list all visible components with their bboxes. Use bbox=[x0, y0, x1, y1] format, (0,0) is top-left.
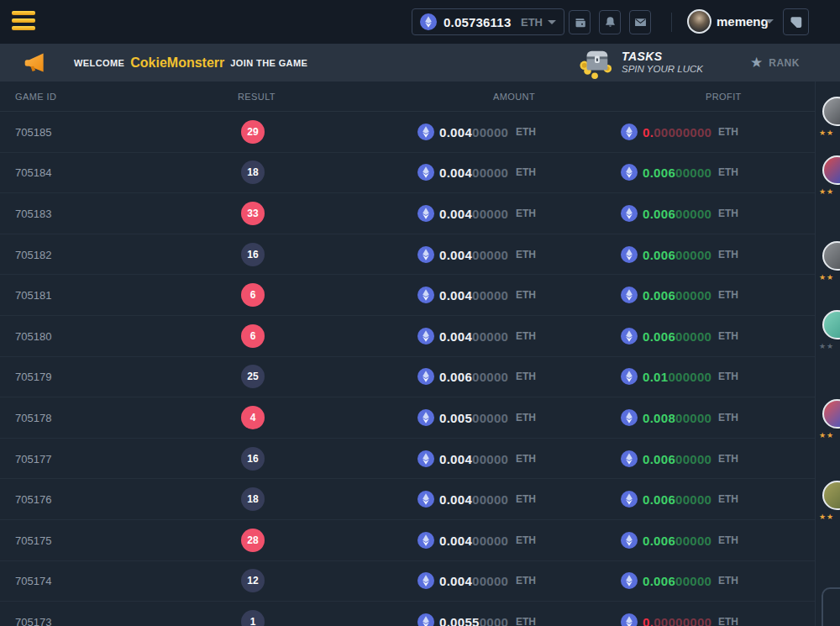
table-row[interactable]: 705181 6 0.00400000 ETH 0.00600000 ETH bbox=[0, 275, 815, 316]
profit-value: 0.00000000 bbox=[643, 124, 711, 139]
tasks-title: TASKS bbox=[622, 50, 703, 63]
result-badge: 4 bbox=[241, 406, 265, 429]
rank-widget[interactable]: ★ RANK bbox=[750, 44, 800, 82]
sidebar-user[interactable]: ★★ bbox=[822, 241, 840, 281]
sidebar-user[interactable]: ★★ bbox=[822, 481, 840, 521]
amount-coin bbox=[417, 572, 434, 589]
chat-input[interactable] bbox=[822, 587, 840, 626]
result-badge: 29 bbox=[241, 120, 265, 144]
table-row[interactable]: 705177 16 0.00400000 ETH 0.00600000 ETH bbox=[0, 439, 815, 480]
profit-currency: ETH bbox=[718, 453, 738, 465]
amount-value: 0.00400000 bbox=[439, 247, 508, 261]
amount-coin bbox=[417, 450, 434, 467]
amount-value: 0.00400000 bbox=[439, 288, 508, 302]
balance-value: 0.05736113 bbox=[444, 15, 511, 29]
eth-coin-icon bbox=[417, 205, 434, 222]
username[interactable]: memeng bbox=[717, 14, 769, 29]
eth-coin-icon bbox=[621, 287, 638, 303]
sidebar-user[interactable]: ★★ bbox=[822, 155, 840, 196]
amount-value: 0.00400000 bbox=[439, 492, 508, 507]
profit-currency: ETH bbox=[718, 330, 738, 342]
table-row[interactable]: 705183 33 0.00400000 ETH 0.00600000 ETH bbox=[0, 193, 815, 234]
amount-currency: ETH bbox=[516, 412, 536, 423]
user-menu-chevron-icon[interactable] bbox=[765, 19, 774, 24]
table-row[interactable]: 705180 6 0.00400000 ETH 0.00600000 ETH bbox=[0, 316, 815, 357]
amount-currency: ETH bbox=[516, 249, 536, 260]
topbar: 0.05736113 ETH memeng bbox=[0, 0, 840, 44]
notifications-button[interactable] bbox=[599, 10, 621, 34]
amount-currency: ETH bbox=[516, 208, 536, 219]
header-amount: AMOUNT bbox=[493, 92, 535, 102]
table-row[interactable]: 705179 25 0.00600000 ETH 0.01000000 ETH bbox=[0, 357, 815, 398]
games-table-header: GAME ID RESULT AMOUNT PROFIT bbox=[0, 82, 815, 112]
eth-coin-icon bbox=[621, 368, 638, 385]
tasks-widget[interactable]: TASKS SPIN YOUR LUCK bbox=[578, 44, 703, 82]
eth-coin-icon bbox=[417, 532, 434, 549]
amount-currency: ETH bbox=[516, 330, 536, 342]
result-badge: 18 bbox=[241, 160, 265, 184]
avatar[interactable] bbox=[687, 9, 711, 34]
profit-currency: ETH bbox=[718, 371, 738, 382]
profit-value: 0.00600000 bbox=[643, 329, 711, 343]
amount-currency: ETH bbox=[516, 289, 536, 301]
game-id: 705181 bbox=[15, 289, 51, 302]
user-stars: ★★ bbox=[819, 342, 840, 350]
table-row[interactable]: 705173 1 0.00550000 ETH 0.00000000 ETH bbox=[0, 602, 815, 626]
treasure-chest-icon bbox=[578, 46, 613, 80]
amount-coin bbox=[417, 328, 434, 345]
table-row[interactable]: 705175 28 0.00400000 ETH 0.00600000 ETH bbox=[0, 520, 815, 561]
table-row[interactable]: 705182 16 0.00400000 ETH 0.00600000 ETH bbox=[0, 234, 815, 276]
table-row[interactable]: 705174 12 0.00400000 ETH 0.00600000 ETH bbox=[0, 561, 815, 602]
game-id: 705185 bbox=[15, 125, 51, 138]
profit-currency: ETH bbox=[718, 126, 738, 138]
menu-icon[interactable] bbox=[12, 11, 35, 33]
eth-coin-icon bbox=[621, 572, 638, 589]
profit-coin bbox=[621, 205, 638, 222]
wallet-button[interactable] bbox=[569, 10, 591, 34]
chat-panel-toggle-button[interactable] bbox=[783, 8, 809, 35]
profit-value: 0.00600000 bbox=[643, 206, 711, 220]
user-avatar[interactable] bbox=[822, 97, 840, 126]
tasks-subtitle: SPIN YOUR LUCK bbox=[622, 63, 703, 75]
amount-currency: ETH bbox=[516, 534, 536, 546]
table-row[interactable]: 705178 4 0.00500000 ETH 0.00800000 ETH bbox=[0, 397, 815, 439]
user-stars: ★★ bbox=[819, 431, 840, 439]
game-id: 705173 bbox=[15, 615, 51, 626]
messages-button[interactable] bbox=[629, 10, 651, 34]
user-avatar[interactable] bbox=[822, 310, 840, 339]
balance-currency[interactable]: ETH bbox=[521, 16, 543, 29]
table-row[interactable]: 705176 18 0.00400000 ETH 0.00600000 ETH bbox=[0, 479, 815, 520]
sidebar-user[interactable]: ★★ bbox=[822, 310, 840, 350]
user-avatar[interactable] bbox=[822, 241, 840, 271]
game-id: 705179 bbox=[15, 371, 51, 383]
result-badge: 25 bbox=[241, 365, 265, 388]
result-badge: 33 bbox=[241, 202, 265, 225]
profit-coin bbox=[621, 246, 638, 263]
table-row[interactable]: 705185 29 0.00400000 ETH 0.00000000 ETH bbox=[0, 112, 815, 153]
profit-currency: ETH bbox=[718, 208, 738, 219]
balance-box[interactable]: 0.05736113 ETH bbox=[412, 8, 564, 35]
result-badge: 6 bbox=[241, 283, 265, 307]
profit-currency: ETH bbox=[718, 616, 738, 626]
game-id: 705182 bbox=[15, 248, 51, 260]
header-game-id: GAME ID bbox=[15, 92, 56, 102]
profit-value: 0.00800000 bbox=[643, 410, 711, 424]
sidebar-user[interactable]: ★★ bbox=[822, 399, 840, 439]
amount-currency: ETH bbox=[516, 616, 536, 626]
profit-currency: ETH bbox=[718, 575, 738, 587]
profit-coin bbox=[621, 409, 638, 426]
profit-coin bbox=[621, 287, 638, 303]
profit-coin bbox=[621, 450, 638, 467]
amount-coin bbox=[417, 532, 434, 549]
table-row[interactable]: 705184 18 0.00400000 ETH 0.00600000 ETH bbox=[0, 153, 815, 194]
star-icon: ★ bbox=[750, 54, 763, 71]
eth-coin-icon bbox=[621, 532, 638, 549]
user-avatar[interactable] bbox=[822, 481, 840, 510]
eth-coin-icon bbox=[420, 13, 437, 30]
user-avatar[interactable] bbox=[822, 399, 840, 429]
sidebar-user[interactable]: ★★ bbox=[822, 97, 840, 137]
user-avatar[interactable] bbox=[822, 155, 840, 185]
eth-coin-icon bbox=[417, 246, 434, 263]
topbar-divider bbox=[671, 13, 672, 32]
eth-coin-icon bbox=[621, 409, 638, 426]
